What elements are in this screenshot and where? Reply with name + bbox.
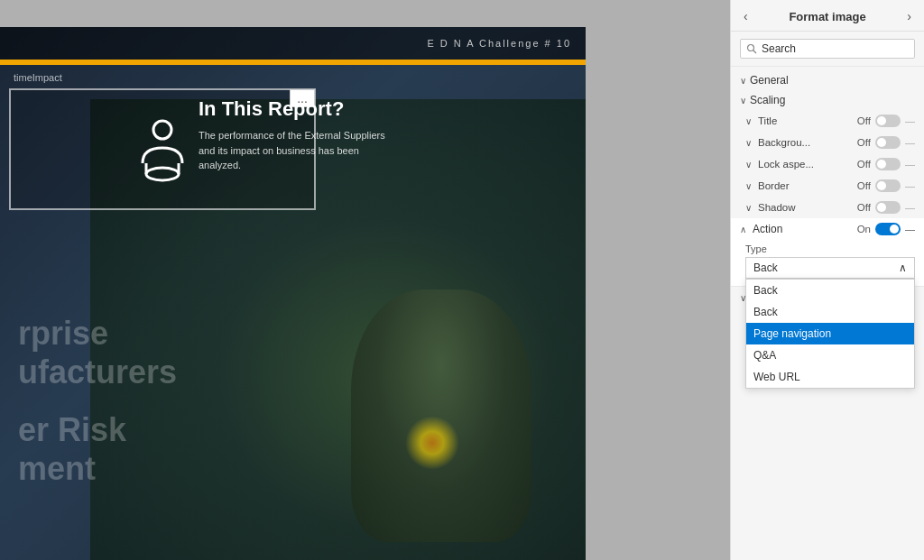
- dropdown-chevron-icon: ∧: [899, 262, 907, 274]
- canvas-area: E D N A Challenge # 10 timeImpact ...: [0, 0, 730, 560]
- slide-label: timeImpact: [14, 72, 62, 83]
- title-property: ∨ Title Off —: [731, 110, 924, 132]
- search-icon: [746, 43, 757, 54]
- panel-back-button[interactable]: ‹: [742, 9, 750, 23]
- lock-aspect-property-value: Off —: [857, 158, 915, 170]
- dropdown-item-page-navigation[interactable]: Page navigation: [746, 323, 914, 344]
- format-image-panel: Filters ‹ Format image › ∨ General ∨ Sca…: [730, 0, 924, 560]
- svg-line-5: [753, 50, 757, 54]
- background-dash: —: [905, 137, 915, 148]
- action-body: Type Back ∧ Back Back Page navigation Q&…: [731, 240, 924, 286]
- general-chevron: ∨: [740, 76, 746, 86]
- action-chevron: ∧: [740, 225, 746, 234]
- panel-header: ‹ Format image ›: [731, 0, 924, 32]
- type-label: Type: [745, 243, 915, 254]
- dropdown-list: Back Back Page navigation Q&A Web URL: [745, 279, 915, 389]
- shadow-dash: —: [905, 202, 915, 213]
- title-toggle[interactable]: [875, 115, 901, 127]
- dropdown-container: Back ∧ Back Back Page navigation Q&A Web…: [745, 257, 915, 279]
- dropdown-item-back2[interactable]: Back: [746, 301, 914, 323]
- dropdown-item-back1[interactable]: Back: [746, 280, 914, 301]
- lock-aspect-property: ∨ Lock aspe... Off —: [731, 153, 924, 175]
- person-hand-icon: [126, 114, 199, 186]
- search-box: [740, 39, 915, 59]
- shadow-property-label: ∨ Shadow: [745, 202, 857, 213]
- lock-aspect-property-label: ∨ Lock aspe...: [745, 159, 857, 170]
- background-property-value: Off —: [857, 136, 915, 149]
- background-toggle[interactable]: [875, 136, 901, 149]
- type-dropdown-button[interactable]: Back ∧: [745, 257, 915, 279]
- dropdown-item-web-url[interactable]: Web URL: [746, 366, 914, 388]
- spark-effect: [405, 416, 459, 470]
- general-section[interactable]: ∨ General: [731, 70, 924, 90]
- panel-content: ∨ General ∨ Scaling ∨ Title Off —: [731, 67, 924, 560]
- slide-header-text: E D N A Challenge # 10: [427, 38, 571, 49]
- report-title-area: In This Report? The performance of the E…: [199, 97, 397, 173]
- report-title: In This Report?: [199, 97, 397, 121]
- shadow-property: ∨ Shadow Off —: [731, 197, 924, 218]
- scaling-chevron: ∨: [740, 96, 746, 106]
- shadow-property-value: Off —: [857, 201, 915, 214]
- action-section: ∧ Action On — Type Back ∧: [731, 218, 924, 286]
- panel-title: Format image: [789, 10, 865, 23]
- background-chevron: ∨: [745, 138, 752, 148]
- title-property-label: ∨ Title: [745, 115, 857, 126]
- dropdown-item-qa[interactable]: Q&A: [746, 344, 914, 366]
- lock-aspect-dash: —: [905, 159, 915, 170]
- dropdown-selected-value: Back: [753, 262, 778, 274]
- svg-point-4: [748, 45, 754, 51]
- action-dash: —: [905, 224, 915, 234]
- title-property-value: Off —: [857, 115, 915, 127]
- shadow-chevron: ∨: [745, 203, 752, 213]
- background-property: ∨ Backgrou... Off —: [731, 132, 924, 153]
- action-toggle[interactable]: [875, 223, 901, 235]
- action-toggle-thumb: [890, 225, 899, 234]
- overlay-line2: ufacturers: [18, 353, 177, 391]
- report-desc: The performance of the External Supplier…: [199, 128, 397, 173]
- title-toggle-thumb: [877, 116, 886, 125]
- overlay-line3: er Risk: [18, 410, 177, 449]
- svg-point-1: [146, 168, 179, 180]
- general-label: General: [750, 74, 789, 87]
- yellow-bar: [0, 60, 586, 65]
- scaling-label: Scaling: [750, 94, 785, 106]
- report-slide: E D N A Challenge # 10 timeImpact ...: [0, 27, 586, 560]
- border-toggle[interactable]: [875, 179, 901, 192]
- border-chevron: ∨: [745, 181, 752, 191]
- search-input[interactable]: [762, 42, 909, 55]
- action-header-right: On —: [857, 223, 915, 235]
- title-dash: —: [905, 115, 915, 126]
- background-property-label: ∨ Backgrou...: [745, 137, 857, 148]
- border-dash: —: [905, 180, 915, 191]
- title-chevron: ∨: [745, 116, 752, 126]
- action-header-left: ∧ Action: [740, 223, 782, 235]
- border-property-value: Off —: [857, 179, 915, 192]
- worker-figure: [351, 289, 531, 542]
- search-container: [731, 32, 924, 67]
- border-property: ∨ Border Off —: [731, 175, 924, 197]
- scaling-section[interactable]: ∨ Scaling: [731, 90, 924, 110]
- shadow-toggle[interactable]: [875, 201, 901, 214]
- background-text-overlay: rprise ufacturers er Risk ment: [18, 314, 177, 488]
- lock-aspect-toggle-thumb: [877, 160, 886, 169]
- shadow-toggle-thumb: [877, 203, 886, 212]
- action-header: ∧ Action On —: [731, 218, 924, 240]
- lock-aspect-chevron: ∨: [745, 160, 752, 170]
- slide-header: E D N A Challenge # 10: [0, 27, 586, 60]
- lock-aspect-toggle[interactable]: [875, 158, 901, 170]
- border-property-label: ∨ Border: [745, 180, 857, 191]
- overlay-line4: ment: [18, 449, 177, 488]
- overlay-line1: rprise: [18, 314, 177, 353]
- svg-point-0: [153, 121, 171, 139]
- border-toggle-thumb: [877, 181, 886, 190]
- background-toggle-thumb: [877, 138, 886, 147]
- action-label: Action: [753, 223, 782, 235]
- panel-forward-button[interactable]: ›: [905, 9, 913, 23]
